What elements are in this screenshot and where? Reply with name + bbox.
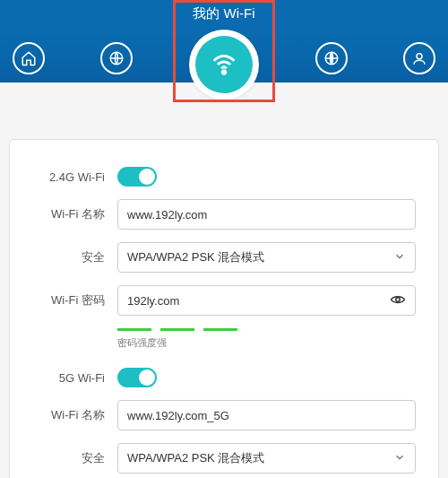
chevron-down-icon — [393, 250, 406, 265]
wifi24-name-field[interactable] — [117, 199, 416, 230]
strength-bar — [160, 328, 194, 331]
header: 我的 Wi-Fi — [0, 0, 448, 103]
wifi5-security-value: WPA/WPA2 PSK 混合模式 — [127, 450, 264, 466]
svg-point-4 — [396, 297, 401, 301]
wifi24-name-label: Wi-Fi 名称 — [32, 206, 117, 222]
password-strength: 密码强度强 — [117, 328, 416, 350]
wifi24-security-select[interactable]: WPA/WPA2 PSK 混合模式 — [117, 242, 416, 273]
chevron-down-icon — [393, 451, 406, 466]
svg-point-2 — [417, 54, 422, 59]
globe-icon[interactable] — [100, 42, 133, 74]
wifi24-security-value: WPA/WPA2 PSK 混合模式 — [127, 249, 264, 265]
home-icon[interactable] — [13, 42, 45, 74]
wifi24-password-label: Wi-Fi 密码 — [32, 292, 117, 309]
wifi-settings-card: 2.4G Wi-Fi Wi-Fi 名称 安全 WPA/WPA2 PSK 混合模式… — [9, 139, 439, 478]
wifi5-security-select[interactable]: WPA/WPA2 PSK 混合模式 — [117, 443, 416, 474]
wifi5-name-label: Wi-Fi 名称 — [32, 407, 117, 423]
wifi24-name-input[interactable] — [127, 208, 406, 222]
wifi24-password-input[interactable] — [127, 294, 390, 308]
wifi-tab-active[interactable] — [189, 30, 259, 100]
eye-icon[interactable] — [390, 291, 406, 310]
strength-bar — [117, 328, 151, 331]
strength-bar — [203, 328, 237, 331]
strength-text: 密码强度强 — [117, 336, 416, 350]
wifi5-toggle-label: 5G Wi-Fi — [32, 371, 117, 385]
globe-settings-icon[interactable] — [315, 42, 348, 74]
wifi24-security-label: 安全 — [32, 249, 117, 265]
page-title: 我的 Wi-Fi — [0, 0, 448, 22]
wifi24-password-field[interactable] — [117, 285, 416, 316]
wifi5-toggle[interactable] — [117, 368, 157, 387]
svg-point-3 — [222, 71, 225, 74]
wifi24-toggle[interactable] — [117, 167, 157, 187]
wifi5-name-field[interactable] — [117, 400, 416, 430]
user-icon[interactable] — [403, 42, 435, 74]
wifi-icon — [209, 49, 239, 80]
wifi5-name-input[interactable] — [127, 409, 406, 422]
wifi5-security-label: 安全 — [32, 450, 117, 466]
wifi24-toggle-label: 2.4G Wi-Fi — [32, 170, 117, 184]
